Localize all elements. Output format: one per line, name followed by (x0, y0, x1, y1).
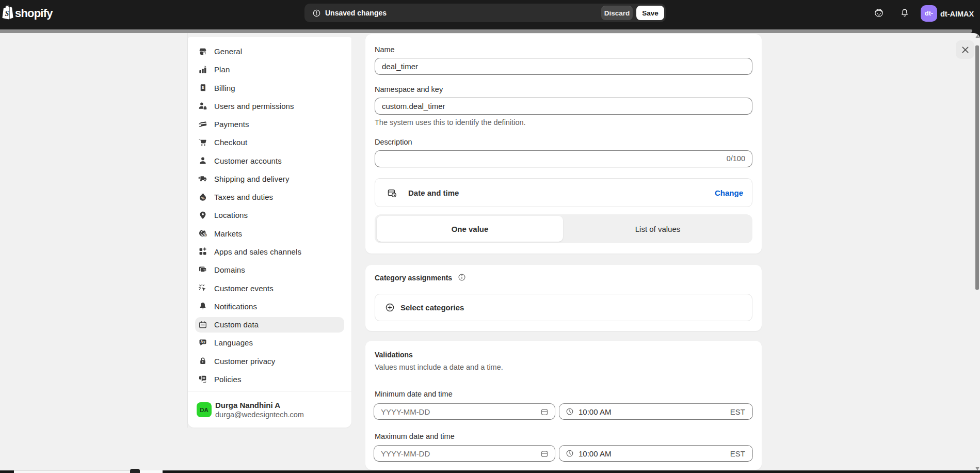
svg-text:%: % (201, 195, 205, 200)
svg-text:S: S (5, 10, 9, 18)
svg-text:A: A (200, 340, 203, 343)
svg-text:$: $ (204, 233, 206, 238)
svg-text:x: x (203, 340, 205, 343)
svg-text:$: $ (202, 85, 204, 90)
